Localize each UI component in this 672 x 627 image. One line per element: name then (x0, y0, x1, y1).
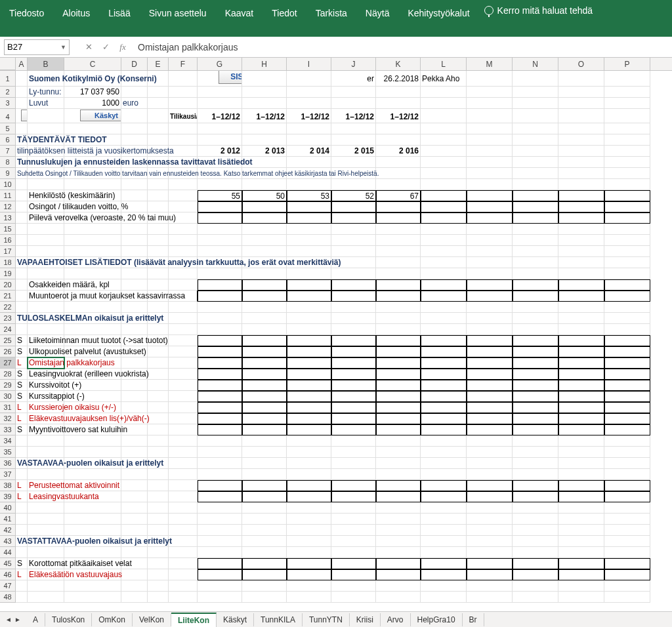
fx-button[interactable]: fx (116, 40, 130, 54)
rowhdr[interactable]: 25 (0, 335, 16, 346)
colhdr-K[interactable]: K (376, 58, 421, 70)
r46-label[interactable]: Eläkesäätiön vastuuvajaus (28, 569, 64, 580)
rowhdr[interactable]: 29 (0, 380, 16, 391)
r32-type[interactable]: L (16, 413, 28, 424)
r45-type[interactable]: S (16, 558, 28, 569)
tilikausi-label[interactable]: Tilikausi/pituus (169, 109, 198, 123)
rowhdr[interactable]: 9 (0, 168, 16, 179)
r39-label[interactable]: Leasingvastuukanta (28, 491, 64, 502)
tab-kaavat[interactable]: Kaavat (216, 5, 263, 21)
r25-type[interactable]: S (16, 335, 28, 346)
r27-type[interactable]: L (16, 357, 28, 369)
grid[interactable]: 1 Suomen Kotikylmiö Oy (Konserni) SISÄLL… (0, 71, 672, 603)
tab-tarkista[interactable]: Tarkista (306, 5, 356, 21)
r29-type[interactable]: S (16, 380, 28, 391)
luvut-value[interactable]: 1000 (64, 98, 121, 109)
rowhdr[interactable]: 10 (0, 179, 16, 190)
tilinp-label[interactable]: tilinpäätöksen liitteistä ja vuosikertom… (16, 146, 28, 157)
r29-label[interactable]: Kurssivoitot (+) (28, 380, 64, 391)
r20-label[interactable]: Osakkeiden määrä, kpl (28, 279, 64, 291)
tab-lisaa[interactable]: Lisää (99, 5, 139, 21)
name-box[interactable]: B27 ▼ (4, 39, 70, 55)
rowhdr[interactable]: 16 (0, 235, 16, 246)
rowhdr[interactable]: 47 (0, 580, 16, 592)
active-cell[interactable]: Omistajan palkkakorjaus (28, 357, 64, 369)
tilikausi-i[interactable]: 1–12/12 (287, 109, 331, 123)
rowhdr[interactable]: 7 (0, 146, 16, 157)
rowhdr[interactable]: 48 (0, 592, 16, 603)
rowhdr[interactable]: 24 (0, 324, 16, 335)
r33-label[interactable]: Myyntivoittovero sat kuluihin (28, 424, 64, 435)
rivi-helpit-button[interactable]: Rivi- helpit (21, 110, 28, 121)
formula-cancel[interactable]: ✕ (81, 40, 96, 54)
rowhdr[interactable]: 27 (0, 357, 16, 369)
tilikausi-h[interactable]: 1–12/12 (242, 109, 287, 123)
colhdr-G[interactable]: G (198, 58, 242, 70)
r31-type[interactable]: L (16, 402, 28, 413)
tilikausi-j[interactable]: 1–12/12 (331, 109, 376, 123)
rowhdr[interactable]: 28 (0, 369, 16, 380)
company[interactable]: Suomen Kotikylmiö Oy (Konserni) (28, 71, 64, 87)
section-tuloslaskelma[interactable]: TULOSLASKELMAn oikaisut ja erittelyt (16, 313, 28, 324)
r11-k[interactable]: 67 (376, 190, 421, 201)
rowhdr[interactable]: 6 (0, 134, 16, 146)
colhdr-M[interactable]: M (467, 58, 513, 70)
section-vapaaehtoiset[interactable]: VAPAAEHTOISET LISÄTIEDOT (lisäävät analy… (16, 257, 28, 268)
r11-h[interactable]: 50 (242, 190, 287, 201)
r21-label[interactable]: Muuntoerot ja muut korjaukset kassavirra… (28, 291, 64, 302)
rowhdr[interactable]: 46 (0, 569, 16, 580)
colhdr-D[interactable]: D (121, 58, 148, 70)
r30-label[interactable]: Kurssitappiot (-) (28, 391, 64, 402)
rowhdr[interactable]: 26 (0, 346, 16, 357)
r11-i[interactable]: 53 (287, 190, 331, 201)
r13-label[interactable]: Piilevä verovelka (veroaste, 20 % tai mu… (28, 212, 64, 224)
colhdr-N[interactable]: N (513, 58, 558, 70)
rowhdr[interactable]: 44 (0, 547, 16, 558)
r11-g[interactable]: 55 (198, 190, 242, 201)
colhdr-A[interactable]: A (16, 58, 28, 70)
rowhdr[interactable]: 35 (0, 447, 16, 458)
rowhdr[interactable]: 23 (0, 313, 16, 324)
tab-aloitus[interactable]: Aloitus (53, 5, 99, 21)
luvut-unit[interactable]: euro (121, 98, 148, 109)
rowhdr[interactable]: 37 (0, 469, 16, 480)
tab-kehitystyokalut[interactable]: Kehitystyökalut (398, 5, 478, 21)
rowhdr[interactable]: 33 (0, 424, 16, 435)
tell-me-search[interactable]: Kerro mitä haluat tehdä (484, 5, 593, 16)
r12-label[interactable]: Osingot / tilikauden voitto, % (28, 201, 64, 212)
rowhdr[interactable]: 20 (0, 279, 16, 291)
r31-label[interactable]: Kurssierojen oikaisu (+/-) (28, 402, 64, 413)
rowhdr[interactable]: 39 (0, 491, 16, 502)
rowhdr[interactable]: 13 (0, 212, 16, 224)
luvut-label[interactable]: Luvut (28, 98, 64, 109)
r38-type[interactable]: L (16, 480, 28, 491)
r45-label[interactable]: Korottomat pitkäaikaiset velat (28, 558, 64, 569)
kaskyt-button[interactable]: Käskyt (80, 110, 121, 121)
section-vastaavaa[interactable]: VASTAAVAA-puolen oikaisut ja erittelyt (16, 458, 28, 469)
ly-label[interactable]: Ly-tunnu: (28, 87, 64, 98)
r26-type[interactable]: S (16, 346, 28, 357)
colhdr-O[interactable]: O (558, 58, 604, 70)
r11-label[interactable]: Henkilöstö (keskimäärin) (28, 190, 64, 201)
rowhdr[interactable]: 2 (0, 87, 16, 98)
rowhdr[interactable]: 45 (0, 558, 16, 569)
tilikausi-k[interactable]: 1–12/12 (376, 109, 421, 123)
rowhdr[interactable]: 36 (0, 458, 16, 469)
r26-label[interactable]: Ulkopuoliset palvelut (avustukset) (28, 346, 64, 357)
rowhdr[interactable]: 41 (0, 514, 16, 525)
r30-type[interactable]: S (16, 391, 28, 402)
r33-type[interactable]: S (16, 424, 28, 435)
r25-label[interactable]: Liiketoiminnan muut tuotot (->sat tuotot… (28, 335, 64, 346)
date[interactable]: 26.2.2018 (376, 71, 421, 87)
colhdr-J[interactable]: J (331, 58, 376, 70)
year-i[interactable]: 2 014 (287, 146, 331, 157)
r28-type[interactable]: S (16, 369, 28, 380)
rowhdr[interactable]: 21 (0, 291, 16, 302)
r39-type[interactable]: L (16, 491, 28, 502)
sisallysluettelo-button[interactable]: SISÄLLYSLUETTELO / TULOSTUS (219, 71, 242, 84)
rowhdr[interactable]: 31 (0, 402, 16, 413)
rowhdr[interactable]: 40 (0, 502, 16, 514)
colhdr-E[interactable]: E (148, 58, 169, 70)
rowhdr[interactable]: 4 (0, 109, 16, 123)
tab-sivun-asettelu[interactable]: Sivun asettelu (140, 5, 216, 21)
